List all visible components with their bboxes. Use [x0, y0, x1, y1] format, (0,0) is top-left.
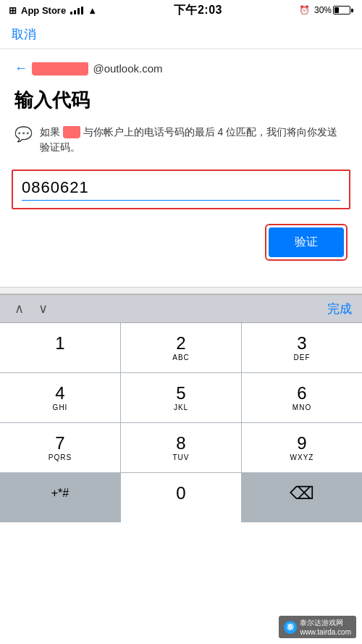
key-3[interactable]: 3 DEF [242, 323, 362, 372]
battery-tip [351, 9, 353, 12]
key-4[interactable]: 4 GHI [0, 373, 120, 422]
key-5-sub: JKL [174, 403, 188, 412]
key-1-main: 1 [55, 335, 64, 352]
app-store-icon: ⊞ [9, 5, 17, 16]
section-divider [0, 287, 362, 294]
key-2[interactable]: 2 ABC [121, 323, 241, 372]
battery-percent: 30% [314, 5, 332, 15]
keyboard-grid: 1 2 ABC 3 DEF 4 GHI 5 JKL 6 MNO 7 PQRS [0, 323, 362, 522]
key-5[interactable]: 5 JKL [121, 373, 241, 422]
key-7-sub: PQRS [49, 453, 72, 462]
status-right: ⏰ 30% [299, 5, 353, 15]
key-symbols[interactable]: +*# [0, 473, 120, 522]
watermark-name: 泰尔达游戏网 [300, 618, 351, 628]
key-delete[interactable]: ⌫ [242, 473, 362, 522]
key-3-main: 3 [297, 335, 306, 352]
battery-body [333, 6, 350, 14]
key-8-sub: TUV [173, 453, 190, 462]
back-arrow-icon[interactable]: ← [14, 61, 28, 76]
toolbar-up-button[interactable]: ∧ [10, 299, 28, 318]
key-7[interactable]: 7 PQRS [0, 423, 120, 472]
keyboard-section: ∧ ∨ 完成 1 2 ABC 3 DEF 4 GHI 5 JKL 6 MNO [0, 294, 362, 522]
key-delete-main: ⌫ [290, 485, 314, 502]
page-title: 输入代码 [14, 88, 348, 113]
status-time: 下午2:03 [174, 3, 222, 18]
key-9-main: 9 [297, 435, 306, 452]
key-4-main: 4 [55, 385, 64, 402]
watermark-icon: 泰 [284, 621, 297, 634]
key-3-sub: DEF [294, 354, 311, 362]
main-content: ← ███████ @outlook.com 输入代码 💬 如果 ██ 与你帐户… [0, 49, 362, 287]
info-text-2: 与你帐户上的电话号码的最后 4 位匹配，我们将向你发送验证码。 [40, 126, 337, 153]
code-input-field[interactable]: 0860621 [22, 178, 340, 201]
key-5-main: 5 [176, 385, 185, 402]
info-row: 💬 如果 ██ 与你帐户上的电话号码的最后 4 位匹配，我们将向你发送验证码。 [14, 125, 348, 155]
key-2-sub: ABC [172, 354, 190, 362]
email-redacted: ███████ [32, 62, 88, 75]
key-4-sub: GHI [53, 403, 68, 412]
key-8-main: 8 [176, 435, 185, 452]
key-symbols-main: +*# [51, 488, 69, 499]
keyboard-done-button[interactable]: 完成 [327, 301, 352, 317]
email-domain: @outlook.com [93, 62, 162, 75]
key-9-sub: WXYZ [290, 453, 314, 462]
verify-button[interactable]: 验证 [269, 227, 344, 257]
watermark: 泰 泰尔达游戏网 www.tairda.com [279, 616, 356, 638]
key-7-main: 7 [55, 435, 64, 452]
alarm-icon: ⏰ [299, 5, 310, 15]
key-1[interactable]: 1 [0, 323, 120, 372]
nav-bar: 取消 [0, 20, 362, 49]
watermark-text: 泰尔达游戏网 www.tairda.com [300, 618, 351, 636]
battery-icon [333, 6, 353, 14]
battery-container: 30% [314, 5, 353, 15]
battery-fill [334, 7, 339, 13]
cancel-button[interactable]: 取消 [12, 26, 36, 43]
toolbar-arrows: ∧ ∨ [10, 299, 52, 318]
info-redacted: ██ [63, 126, 80, 138]
watermark-url: www.tairda.com [300, 628, 351, 636]
key-0[interactable]: 0 [121, 473, 241, 522]
status-bar: ⊞ App Store ▲ 下午2:03 ⏰ 30% [0, 0, 362, 20]
app-store-label: App Store [21, 5, 66, 16]
verify-row: 验证 [14, 224, 348, 261]
info-text: 如果 ██ 与你帐户上的电话号码的最后 4 位匹配，我们将向你发送验证码。 [40, 125, 348, 155]
verify-btn-wrapper: 验证 [265, 224, 348, 261]
code-input-wrapper: 0860621 [12, 170, 350, 209]
key-9[interactable]: 9 WXYZ [242, 423, 362, 472]
keyboard-toolbar: ∧ ∨ 完成 [0, 294, 362, 323]
key-0-main: 0 [176, 485, 185, 502]
chat-icon: 💬 [14, 125, 33, 143]
back-row: ← ███████ @outlook.com [14, 61, 348, 76]
key-8[interactable]: 8 TUV [121, 423, 241, 472]
status-left: ⊞ App Store ▲ [9, 5, 97, 16]
toolbar-down-button[interactable]: ∨ [34, 299, 52, 318]
key-6-sub: MNO [292, 403, 311, 412]
key-6[interactable]: 6 MNO [242, 373, 362, 422]
signal-bars [70, 6, 83, 14]
key-2-main: 2 [176, 335, 185, 352]
wifi-icon: ▲ [88, 5, 97, 16]
key-6-main: 6 [297, 385, 306, 402]
info-text-1: 如果 [40, 126, 60, 138]
